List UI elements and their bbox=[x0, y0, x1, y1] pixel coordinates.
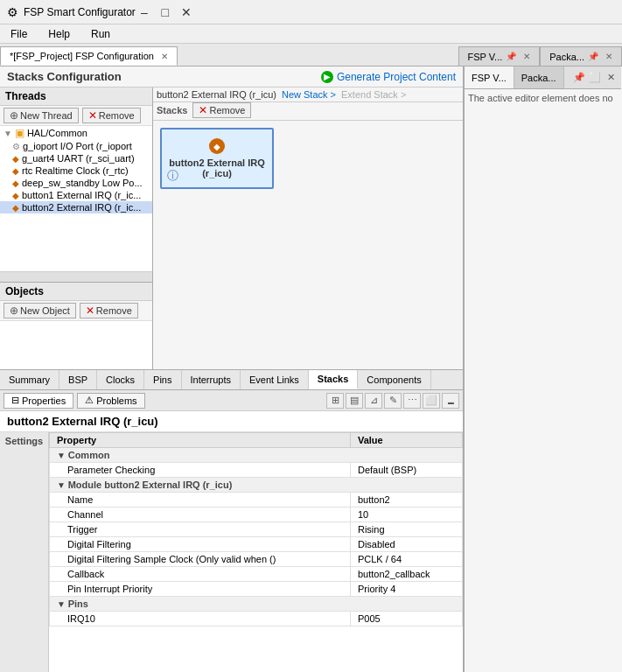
remove-stack-icon: ✕ bbox=[199, 104, 207, 116]
tree-button1[interactable]: ◆ button1 External IRQ (r_ic... bbox=[0, 189, 152, 201]
tab-interrupts-label: Interrupts bbox=[191, 374, 231, 385]
button1-label: button1 External IRQ (r_ic... bbox=[22, 190, 141, 200]
tab-summary[interactable]: Summary bbox=[0, 370, 59, 389]
tree-button2[interactable]: ◆ button2 External IRQ (r_ic... bbox=[0, 201, 152, 214]
tab-pins[interactable]: Pins bbox=[144, 370, 181, 389]
left-panel: Stacks Configuration ▶ Generate Project … bbox=[0, 66, 464, 672]
tab-components-label: Components bbox=[367, 374, 421, 385]
remove-stack-button[interactable]: ✕ Remove bbox=[192, 102, 251, 118]
props-icon-btn-1[interactable]: ⊞ bbox=[326, 393, 344, 409]
stacks-toolbar: button2 External IRQ (r_icu) New Stack >… bbox=[153, 88, 463, 102]
new-object-button[interactable]: ⊕ New Object bbox=[3, 303, 76, 318]
props-icon-group: ⊞ ▤ ⊿ ✎ ⋯ ⬜ 🗕 bbox=[326, 393, 459, 409]
stacks-source-label: button2 External IRQ (r_icu) bbox=[157, 89, 276, 100]
tab-pins-label: Pins bbox=[153, 374, 171, 385]
tab-pin-icon2: 📌 bbox=[588, 52, 598, 61]
new-object-label: New Object bbox=[20, 305, 70, 316]
remove-thread-button[interactable]: ✕ Remove bbox=[82, 108, 141, 123]
menu-file[interactable]: File bbox=[3, 26, 34, 42]
remove-object-icon: ✕ bbox=[86, 304, 94, 317]
section-header: ▼ Pins bbox=[50, 597, 463, 612]
property-cell: Parameter Checking bbox=[50, 463, 351, 478]
props-icon-btn-3[interactable]: ⊿ bbox=[365, 393, 382, 409]
tab-label-fsp-v: FSP V... bbox=[468, 52, 503, 62]
value-cell: 10 bbox=[350, 508, 462, 522]
value-cell: Default (BSP) bbox=[350, 463, 462, 478]
maximize-button[interactable]: □ bbox=[157, 4, 174, 21]
threads-tree[interactable]: ▼ ▣ HAL/Common ⚙ g_ioport I/O Port (r_io… bbox=[0, 126, 152, 271]
props-icon-btn-7[interactable]: 🗕 bbox=[442, 393, 459, 409]
right-pin-icon[interactable]: 📌 bbox=[572, 71, 586, 85]
right-close-icon[interactable]: ✕ bbox=[604, 71, 618, 85]
property-cell: Name bbox=[50, 493, 351, 508]
property-cell: IRQ10 bbox=[50, 612, 351, 626]
right-tab-fsp-v[interactable]: FSP V... bbox=[465, 66, 514, 88]
new-stack-link[interactable]: New Stack > bbox=[282, 89, 336, 100]
tab-packa[interactable]: Packa... 📌 ✕ bbox=[540, 46, 622, 66]
tab-close-fsp[interactable]: ✕ bbox=[161, 52, 168, 61]
menu-help[interactable]: Help bbox=[41, 26, 77, 42]
close-button[interactable]: ✕ bbox=[178, 4, 195, 21]
tree-hal-common[interactable]: ▼ ▣ HAL/Common bbox=[0, 126, 152, 140]
objects-title: Objects bbox=[5, 285, 44, 298]
minimize-button[interactable]: – bbox=[136, 4, 153, 21]
rtc-label: rtc Realtime Clock (r_rtc) bbox=[22, 165, 129, 176]
generate-project-content-button[interactable]: ▶ Generate Project Content bbox=[321, 71, 456, 83]
props-icon-btn-4[interactable]: ✎ bbox=[384, 393, 402, 409]
props-toolbar: ⊟ Properties ⚠ Problems ⊞ ▤ ⊿ ✎ ⋯ ⬜ 🗕 bbox=[0, 390, 463, 411]
editor-tab-bar: *[FSP_Project] FSP Configuration ✕ FSP V… bbox=[0, 44, 622, 66]
tree-rtc[interactable]: ◆ rtc Realtime Clock (r_rtc) bbox=[0, 164, 152, 177]
remove-stack-label: Remove bbox=[209, 105, 245, 116]
tab-event-links-label: Event Links bbox=[249, 374, 299, 385]
right-tab-packa-label: Packa... bbox=[521, 73, 556, 83]
new-thread-button[interactable]: ⊕ New Thread bbox=[3, 108, 79, 123]
tab-fsp-configuration[interactable]: *[FSP_Project] FSP Configuration ✕ bbox=[0, 46, 178, 66]
tab-bsp-label: BSP bbox=[68, 374, 87, 385]
tab-interrupts[interactable]: Interrupts bbox=[182, 370, 241, 389]
props-icon-btn-6[interactable]: ⬜ bbox=[423, 393, 440, 409]
tab-close-packa[interactable]: ✕ bbox=[605, 52, 612, 61]
value-cell: P005 bbox=[350, 612, 462, 626]
right-tab-bar: FSP V... Packa... 📌 ⬜ ✕ bbox=[465, 66, 621, 89]
tree-hal-common-label: HAL/Common bbox=[27, 128, 87, 138]
button1-icon: ◆ bbox=[12, 191, 19, 200]
tree-deep-sw[interactable]: ◆ deep_sw_standby Low Po... bbox=[0, 177, 152, 189]
remove-thread-label: Remove bbox=[99, 110, 135, 121]
props-icon-btn-5[interactable]: ⋯ bbox=[403, 393, 421, 409]
objects-panel: Objects ⊕ New Object ✕ Remove bbox=[0, 282, 152, 369]
new-thread-icon: ⊕ bbox=[10, 109, 18, 122]
threads-scrollbar-x[interactable] bbox=[0, 271, 152, 282]
right-tab-packa[interactable]: Packa... bbox=[514, 66, 564, 88]
props-icon-btn-2[interactable]: ▤ bbox=[346, 393, 363, 409]
properties-tab[interactable]: ⊟ Properties bbox=[3, 393, 73, 409]
tab-event-links[interactable]: Event Links bbox=[241, 370, 309, 389]
stack-info-icon[interactable]: ⓘ bbox=[167, 168, 178, 184]
deep-sw-icon: ◆ bbox=[12, 178, 19, 188]
tab-clocks[interactable]: Clocks bbox=[97, 370, 144, 389]
right-panel-text: The active editor element does no bbox=[468, 93, 613, 103]
problems-tab[interactable]: ⚠ Problems bbox=[77, 393, 144, 409]
menu-run[interactable]: Run bbox=[84, 26, 117, 42]
property-cell: Callback bbox=[50, 567, 351, 582]
tab-fsp-v[interactable]: FSP V... 📌 ✕ bbox=[458, 46, 541, 66]
right-max-icon[interactable]: ⬜ bbox=[588, 71, 602, 85]
stacks-panel: button2 External IRQ (r_icu) New Stack >… bbox=[153, 88, 463, 369]
tab-stacks[interactable]: Stacks bbox=[309, 370, 358, 389]
threads-toolbar: ⊕ New Thread ✕ Remove bbox=[0, 106, 152, 126]
tree-uart4[interactable]: ◆ g_uart4 UART (r_sci_uart) bbox=[0, 152, 152, 164]
tab-components[interactable]: Components bbox=[358, 370, 430, 389]
stack-card-button2[interactable]: ◆ button2 External IRQ(r_icu) ⓘ bbox=[160, 128, 274, 189]
tree-ioport[interactable]: ⚙ g_ioport I/O Port (r_ioport bbox=[0, 140, 152, 152]
properties-table: Property Value ▼ CommonParameter Checkin… bbox=[49, 432, 463, 626]
property-cell: Digital Filtering bbox=[50, 537, 351, 552]
tab-close-fsp-v[interactable]: ✕ bbox=[523, 52, 530, 61]
title-bar: ⚙ FSP Smart Configurator – □ ✕ bbox=[0, 0, 622, 24]
property-cell: Pin Interrupt Priority bbox=[50, 582, 351, 597]
tab-bsp[interactable]: BSP bbox=[59, 370, 97, 389]
remove-object-button[interactable]: ✕ Remove bbox=[80, 303, 138, 318]
page-title: Stacks Configuration bbox=[7, 70, 122, 83]
value-cell: Priority 4 bbox=[350, 582, 462, 597]
uart4-label: g_uart4 UART (r_sci_uart) bbox=[22, 153, 135, 164]
properties-tab-label: Properties bbox=[22, 396, 66, 406]
props-icon: ⊟ bbox=[11, 395, 19, 406]
